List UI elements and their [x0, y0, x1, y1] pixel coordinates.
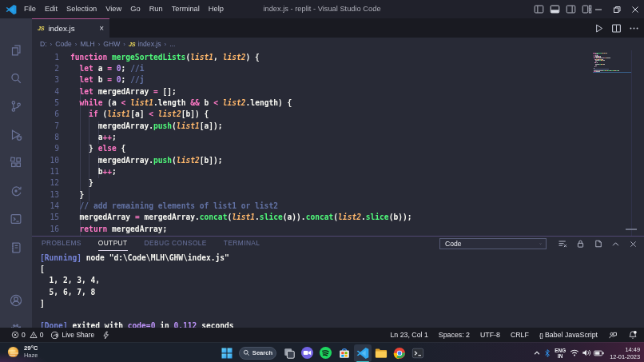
close-window-button[interactable] [626, 0, 644, 18]
weather-desc: Haze [24, 352, 38, 359]
indentation[interactable]: Spaces: 2 [439, 331, 470, 339]
notebook-icon[interactable] [9, 241, 23, 255]
chevron-right-icon: › [165, 41, 167, 48]
battery-icon[interactable] [594, 349, 604, 357]
taskbar-search[interactable]: Search [239, 347, 276, 360]
toggle-panel-icon[interactable] [550, 4, 560, 14]
output-channel-dropdown[interactable]: Code [439, 238, 547, 249]
restore-button[interactable] [607, 0, 626, 18]
error-icon [11, 331, 19, 339]
menu-run[interactable]: Run [145, 0, 167, 18]
weather-widget[interactable]: 29°C Haze [6, 344, 38, 359]
source-control-icon[interactable] [9, 99, 23, 113]
split-editor-icon[interactable] [611, 23, 622, 34]
breadcrumb-item[interactable]: D: [40, 40, 47, 48]
toggle-sidebar-icon[interactable] [534, 4, 544, 14]
breadcrumb-symbol[interactable]: ... [169, 40, 175, 48]
live-share-icon[interactable] [9, 184, 23, 198]
panel-tab-output[interactable]: OUTPUT [98, 237, 128, 251]
toggle-secondary-sidebar-icon[interactable] [566, 4, 576, 14]
menu-bar: FileEditSelectionViewGoRunTerminalHelp [20, 0, 229, 18]
volume-icon[interactable] [582, 348, 591, 357]
menu-selection[interactable]: Selection [62, 0, 101, 18]
remote-terminal-icon[interactable] [9, 212, 23, 226]
bottom-panel: PROBLEMSOUTPUTDEBUG CONSOLETERMINAL Code… [32, 236, 644, 328]
thunder-status-icon[interactable] [102, 331, 109, 340]
tab-close-icon[interactable]: × [99, 24, 104, 33]
feedback-icon[interactable] [608, 330, 618, 340]
open-output-in-editor-icon[interactable] [594, 239, 602, 249]
language-mode[interactable]: { } Babel JavaScript [539, 331, 598, 339]
title-bar: FileEditSelectionViewGoRunTerminalHelp i… [0, 0, 644, 18]
vscode-app-icon[interactable] [353, 343, 372, 362]
menu-edit[interactable]: Edit [40, 0, 62, 18]
minimap[interactable] [593, 53, 631, 73]
microsoft-store-app-icon[interactable] [335, 343, 353, 362]
overview-ruler-border [631, 50, 632, 236]
language-indicator[interactable]: ENG IN [555, 348, 566, 359]
search-lens-icon [243, 349, 250, 356]
code-line-4: let mergedArray = []; [70, 87, 412, 98]
breadcrumb-js-icon: JS [129, 41, 135, 48]
breadcrumb-item[interactable]: GHW [103, 40, 120, 48]
menu-go[interactable]: Go [126, 0, 145, 18]
encoding[interactable]: UTF-8 [480, 331, 500, 339]
explorer-icon[interactable] [9, 43, 23, 58]
wifi-icon[interactable] [570, 348, 579, 357]
extensions-icon[interactable] [9, 156, 23, 170]
panel-tab-problems[interactable]: PROBLEMS [42, 237, 81, 251]
bluetooth-icon[interactable] [543, 348, 551, 358]
menu-terminal[interactable]: Terminal [167, 0, 204, 18]
task-view-button[interactable] [280, 343, 298, 362]
chrome-app-icon[interactable] [390, 343, 408, 362]
problems-status[interactable]: 0 0 [11, 331, 43, 339]
output-console[interactable]: [Running] node "d:\Code\MLH\GHW\index.js… [40, 253, 234, 332]
terminal-app-icon[interactable] [408, 343, 427, 362]
output-channel-value: Code [440, 240, 462, 248]
tray-expand-chevron-icon[interactable] [533, 349, 541, 357]
live-share-icon [50, 331, 59, 340]
weather-temp: 29°C [24, 344, 38, 352]
code-line-5: while (a < list1.length && b < list2.len… [70, 98, 412, 109]
spotify-app-icon[interactable] [316, 343, 335, 362]
account-icon[interactable] [9, 293, 23, 308]
lock-scroll-icon[interactable] [576, 239, 585, 249]
run-debug-icon[interactable] [9, 128, 23, 142]
meet-app-icon[interactable] [298, 343, 316, 362]
menu-view[interactable]: View [101, 0, 126, 18]
code-editor[interactable]: 12345678910111213141516 function mergeSo… [32, 50, 644, 236]
breadcrumb-item[interactable]: MLH [80, 40, 94, 48]
cursor-position[interactable]: Ln 23, Col 1 [390, 331, 427, 339]
live-share-status[interactable]: Live Share [50, 331, 94, 340]
maximize-panel-icon[interactable] [611, 240, 620, 249]
warning-count: 0 [40, 331, 44, 339]
output-line [40, 310, 234, 321]
breadcrumb-item[interactable]: Code [55, 40, 72, 48]
minimize-button[interactable] [589, 0, 607, 18]
tab-indexjs[interactable]: JS index.js × [32, 18, 109, 38]
braces-icon: { } [539, 332, 543, 339]
search-icon[interactable] [9, 71, 23, 86]
output-line: 1, 2, 3, 4, [40, 276, 234, 287]
code-line-10: mergedArray.push(list2[b]); [70, 156, 412, 167]
panel-tab-terminal[interactable]: TERMINAL [224, 237, 260, 251]
notifications-bell-icon[interactable] [628, 330, 638, 340]
start-button[interactable] [217, 343, 236, 362]
menu-file[interactable]: File [20, 0, 41, 18]
panel-tab-debug-console[interactable]: DEBUG CONSOLE [145, 237, 207, 251]
breadcrumb-file[interactable]: index.js [137, 40, 161, 48]
clear-output-icon[interactable] [558, 239, 567, 249]
code-line-1: function mergeSortedLists(list1, list2) … [70, 53, 412, 64]
run-code-icon[interactable] [594, 23, 604, 34]
layout-controls [534, 0, 592, 18]
output-line: 5, 6, 7, 8 [40, 288, 234, 299]
clock[interactable]: 14:49 12-01-2023 [610, 346, 640, 360]
more-actions-icon[interactable] [629, 23, 639, 34]
close-panel-icon[interactable] [629, 240, 638, 249]
code-line-2: let a = 0; //i [70, 64, 412, 75]
eol-sequence[interactable]: CRLF [511, 331, 529, 339]
breadcrumb[interactable]: D:›Code›MLH›GHW› JS index.js › ... [32, 38, 644, 50]
menu-help[interactable]: Help [204, 0, 228, 18]
file-explorer-app-icon[interactable] [372, 343, 390, 362]
code-line-15: mergedArray = mergedArray.concat(list1.s… [70, 213, 412, 224]
